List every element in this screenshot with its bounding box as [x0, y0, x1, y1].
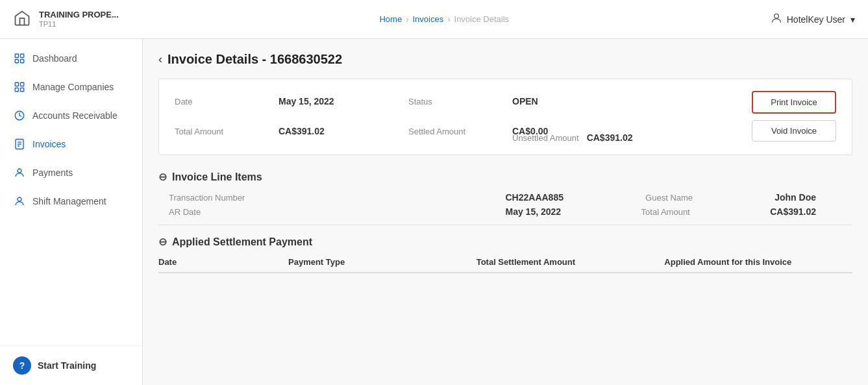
- svg-rect-5: [15, 82, 18, 86]
- line-total-amount-label: Total Amount: [641, 207, 690, 217]
- breadcrumb: Home › Invoices › Invoice Details: [379, 14, 509, 24]
- sidebar-item-label: Dashboard: [32, 53, 77, 64]
- top-bar: TRAINING PROPE... TP11 Home › Invoices ›…: [0, 0, 868, 39]
- guest-name-value: John Doe: [775, 192, 816, 203]
- settled-amount-label: Settled Amount: [408, 127, 512, 136]
- settlement-title: Applied Settlement Payment: [172, 236, 312, 248]
- page-title: Invoice Details - 1668630522: [167, 52, 342, 67]
- ar-date-value: May 15, 2022: [506, 206, 562, 217]
- unsettled-value: CA$391.02: [587, 132, 633, 143]
- sidebar-item-label: Accounts Receivable: [32, 110, 118, 121]
- col-total-settlement: Total Settlement Amount: [477, 257, 665, 267]
- status-label: Status: [408, 97, 512, 106]
- sidebar-item-payments[interactable]: Payments: [0, 158, 142, 187]
- line-total-amount-value: CA$391.02: [770, 206, 816, 217]
- line-items-title: Invoice Line Items: [172, 171, 262, 183]
- date-value: May 15, 2022: [279, 96, 408, 106]
- start-training[interactable]: ? Start Training: [0, 345, 142, 385]
- svg-rect-7: [15, 88, 18, 92]
- dashboard-icon: [13, 52, 26, 65]
- sidebar-item-label: Invoices: [32, 139, 66, 149]
- status-value: OPEN: [512, 96, 642, 106]
- brand-sub: TP11: [39, 20, 119, 29]
- back-button[interactable]: ‹: [158, 53, 162, 66]
- manage-companies-icon: [13, 81, 26, 93]
- settlement-section: ⊖ Applied Settlement Payment Date Paymen…: [158, 236, 852, 273]
- line-items-section: ⊖ Invoice Line Items Transaction Number …: [158, 171, 852, 225]
- date-label: Date: [175, 97, 279, 106]
- col-date: Date: [158, 257, 288, 267]
- brand-icon: [13, 9, 34, 30]
- col-payment-type: Payment Type: [288, 257, 477, 267]
- invoice-info-card: Date May 15, 2022 Status OPEN Print Invo…: [158, 79, 852, 155]
- chevron-down-icon: [849, 14, 855, 25]
- sidebar-item-shift-management[interactable]: Shift Management: [0, 187, 142, 216]
- breadcrumb-sep1: ›: [406, 14, 408, 24]
- section-divider: [158, 225, 852, 225]
- sidebar-item-dashboard[interactable]: Dashboard: [0, 44, 142, 73]
- main-content: ‹ Invoice Details - 1668630522 Date May …: [143, 39, 868, 385]
- svg-rect-3: [15, 60, 18, 63]
- page-title-row: ‹ Invoice Details - 1668630522: [158, 52, 852, 67]
- total-amount-label: Total Amount: [175, 127, 279, 136]
- brand-logo: TRAINING PROPE... TP11: [13, 9, 119, 30]
- svg-point-15: [18, 197, 21, 201]
- help-icon: ?: [13, 356, 31, 375]
- breadcrumb-sep2: ›: [447, 14, 450, 24]
- total-amount-value: CA$391.02: [279, 126, 408, 136]
- transaction-number-label: Transaction Number: [169, 193, 245, 203]
- settlement-table-header: Date Payment Type Total Settlement Amoun…: [158, 257, 852, 273]
- svg-point-14: [18, 169, 21, 173]
- accounts-receivable-icon: [13, 109, 26, 122]
- ar-date-label: AR Date: [169, 207, 201, 217]
- col-applied-amount: Applied Amount for this Invoice: [664, 257, 852, 267]
- unsettled-label: Unsettled Amount: [512, 133, 579, 143]
- breadcrumb-home[interactable]: Home: [379, 14, 402, 24]
- sidebar-item-label: Payments: [32, 168, 73, 178]
- svg-rect-4: [21, 60, 24, 63]
- section-collapse-icon[interactable]: ⊖: [158, 171, 167, 183]
- sidebar: Dashboard Manage Companies: [0, 39, 143, 385]
- start-training-label: Start Training: [38, 360, 96, 371]
- svg-rect-2: [21, 54, 24, 57]
- print-invoice-button[interactable]: Print Invoice: [752, 91, 836, 114]
- line-items-header: ⊖ Invoice Line Items: [158, 171, 852, 183]
- user-name: HotelKey User: [787, 14, 845, 25]
- user-menu[interactable]: HotelKey User: [770, 12, 855, 27]
- void-invoice-button[interactable]: Void Invoice: [752, 120, 836, 142]
- payments-icon: [13, 166, 26, 179]
- sidebar-item-label: Shift Management: [32, 196, 106, 206]
- svg-rect-8: [21, 88, 24, 92]
- brand-name: TRAINING PROPE...: [39, 10, 119, 20]
- user-icon: [770, 12, 783, 27]
- guest-name-label: Guest Name: [645, 193, 693, 203]
- shift-management-icon: [13, 195, 26, 208]
- svg-point-0: [774, 14, 778, 18]
- sidebar-item-accounts-receivable[interactable]: Accounts Receivable: [0, 101, 142, 130]
- settlement-header: ⊖ Applied Settlement Payment: [158, 236, 852, 248]
- breadcrumb-current: Invoice Details: [454, 14, 510, 24]
- invoices-icon: [13, 138, 26, 151]
- svg-rect-1: [15, 54, 18, 57]
- sidebar-item-invoices[interactable]: Invoices: [0, 130, 142, 158]
- breadcrumb-invoices[interactable]: Invoices: [412, 14, 443, 24]
- svg-rect-6: [21, 82, 24, 86]
- transaction-number-value: CH22AAA885: [506, 192, 564, 203]
- sidebar-item-manage-companies[interactable]: Manage Companies: [0, 73, 142, 101]
- settlement-collapse-icon[interactable]: ⊖: [158, 236, 167, 248]
- sidebar-item-label: Manage Companies: [32, 82, 114, 92]
